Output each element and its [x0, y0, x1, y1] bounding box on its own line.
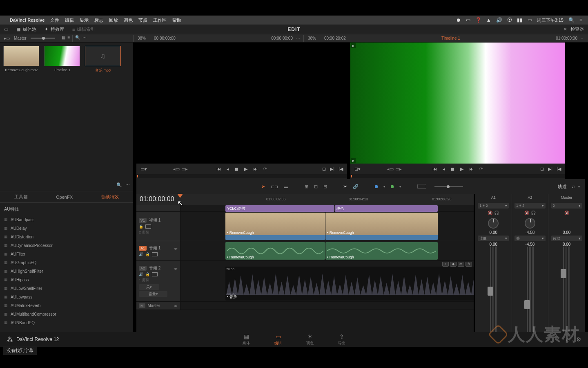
- first-frame-icon[interactable]: ⏮: [432, 166, 437, 171]
- out-marker-icon[interactable]: ▸: [351, 158, 356, 163]
- fx-item[interactable]: AULowShelfFilter: [0, 284, 133, 293]
- page-media[interactable]: ▦媒体: [243, 333, 250, 346]
- video-clip[interactable]: RemoveCough: [325, 213, 438, 240]
- fader-handle[interactable]: [524, 300, 530, 309]
- chevron-down-icon[interactable]: ▾: [578, 185, 580, 188]
- layout-icon[interactable]: ▭: [4, 27, 8, 32]
- page-color[interactable]: ✶调色: [306, 333, 314, 346]
- automation-select[interactable]: 读取▾: [478, 236, 509, 241]
- mute-icon[interactable]: 🔊: [139, 272, 143, 276]
- flag-green-icon[interactable]: [391, 185, 394, 188]
- crop-right-icon[interactable]: ▭▸: [395, 166, 402, 172]
- view-mode-icon[interactable]: [417, 184, 426, 189]
- inspector-button[interactable]: 检查器: [570, 26, 584, 32]
- wifi-icon[interactable]: ⦿: [507, 17, 512, 23]
- menu-view[interactable]: 显示: [80, 17, 89, 23]
- tab-openfx[interactable]: OpenFX: [51, 193, 78, 201]
- crop-left-icon[interactable]: ◂▭: [173, 166, 180, 172]
- menu-color[interactable]: 调色: [124, 17, 133, 23]
- page-edit[interactable]: ▭编辑: [274, 333, 282, 346]
- menu-mark[interactable]: 标志: [94, 17, 103, 23]
- pan-knob[interactable]: [488, 218, 499, 229]
- tool-icon[interactable]: ✕: [564, 27, 567, 32]
- loop-icon[interactable]: ⟳: [479, 166, 483, 172]
- replace-icon[interactable]: ⊟: [323, 184, 327, 189]
- output-select[interactable]: 1 + 2▾: [514, 203, 546, 209]
- program-viewer[interactable]: ▸ ▸: [350, 43, 565, 164]
- menu-icon[interactable]: ≡: [579, 17, 582, 23]
- stop-icon[interactable]: ◼: [235, 166, 238, 172]
- fader-handle[interactable]: [561, 269, 566, 278]
- automation-select[interactable]: 读取▾: [551, 236, 582, 241]
- selection-tool-icon[interactable]: ➤: [261, 184, 265, 189]
- kf-tool-icon[interactable]: ✎: [466, 262, 472, 267]
- edit-index-button[interactable]: ≡编辑索引: [72, 26, 95, 32]
- rec-icon[interactable]: ⏺: [456, 17, 461, 23]
- track-header-v1[interactable]: V1视频 1 🔒 2 剪辑: [136, 212, 180, 241]
- flag-icon[interactable]: ▮▮: [517, 17, 523, 23]
- go-out-icon[interactable]: |◀: [557, 166, 561, 172]
- app-name[interactable]: DaVinci Resolve: [10, 18, 45, 22]
- page-deliver[interactable]: ⇪导出: [338, 333, 345, 346]
- fader-track[interactable]: [527, 247, 528, 336]
- insert-icon[interactable]: ⊞: [305, 184, 308, 189]
- mute-icon[interactable]: 🔇: [564, 211, 569, 215]
- fx-item[interactable]: AULowpass: [0, 293, 133, 301]
- clock[interactable]: 周三下午3:15: [537, 17, 564, 23]
- clip-item[interactable]: ♫ 音乐.mp3: [85, 46, 121, 176]
- frame-icon[interactable]: [145, 224, 151, 229]
- menu-nodes[interactable]: 节点: [138, 17, 147, 23]
- go-out-icon[interactable]: |◀: [339, 166, 343, 172]
- src-scrubber[interactable]: [136, 174, 347, 178]
- playhead-icon[interactable]: [177, 194, 183, 200]
- fx-clip[interactable]: 纯色: [335, 205, 438, 212]
- mute-icon[interactable]: 🔇: [488, 211, 492, 215]
- fx-item[interactable]: AUMultibandCompressor: [0, 310, 133, 319]
- grid-view-icon[interactable]: ▦: [62, 35, 65, 42]
- prg-mode-icon[interactable]: ⊡▾: [354, 166, 361, 172]
- home-icon[interactable]: ⌂: [566, 336, 570, 343]
- timeline-name[interactable]: Timeline 1: [441, 36, 460, 40]
- audio-icon[interactable]: ♫: [572, 184, 575, 189]
- lock-icon[interactable]: 🔒: [145, 252, 150, 256]
- media-pool-button[interactable]: ▦媒体池: [16, 26, 36, 32]
- fx-item[interactable]: AUDynamicsProcessor: [0, 241, 133, 250]
- fx-search-icon[interactable]: 🔍: [116, 182, 122, 188]
- kf-tool-icon[interactable]: ▭: [458, 262, 464, 267]
- src-mode-icon[interactable]: ▭▾: [140, 166, 147, 172]
- pan-knob[interactable]: [525, 218, 535, 229]
- bin-icon[interactable]: ▸▭: [4, 36, 10, 40]
- search-icon[interactable]: 🔍: [568, 17, 575, 23]
- timeline-ruler[interactable]: 01:00:00:00 01:00:02:06 01:00:04:13 01:0…: [136, 194, 474, 205]
- fx-library-button[interactable]: ✦特效库: [45, 26, 64, 32]
- airplay-icon[interactable]: ▲: [486, 17, 491, 23]
- menu-help[interactable]: 帮助: [172, 17, 181, 23]
- mute-icon[interactable]: 🔇: [524, 211, 529, 215]
- audio-clip[interactable]: 20.00 20.00 -96.00 -96.00 音乐: [225, 267, 474, 301]
- fx-item[interactable]: AUBandpass: [0, 215, 133, 224]
- go-end-icon[interactable]: ▶|: [548, 166, 552, 172]
- fx-item[interactable]: AUGraphicEQ: [0, 258, 133, 267]
- video-clip[interactable]: RemoveCough: [225, 213, 325, 240]
- a2-mode-select[interactable]: 关 ▾: [139, 284, 159, 290]
- match-frame-icon[interactable]: ⊡: [540, 166, 544, 172]
- tab-toolbox[interactable]: 工具箱: [9, 192, 33, 202]
- a2-param-select[interactable]: 音量 ▾: [139, 291, 167, 297]
- timeline-zoom-slider[interactable]: [434, 186, 463, 187]
- master-label[interactable]: Master: [14, 36, 27, 40]
- menu-edit[interactable]: 编辑: [65, 17, 74, 23]
- loop-icon[interactable]: ⟳: [263, 166, 267, 172]
- menu-workspace[interactable]: 工作区: [153, 17, 167, 23]
- lock-icon[interactable]: 🔒: [139, 224, 143, 229]
- fx-item[interactable]: AUHighShelfFilter: [0, 267, 133, 276]
- src-zoom[interactable]: 38%: [138, 36, 154, 40]
- crop-right-icon[interactable]: ▭▸: [181, 166, 188, 172]
- in-marker-icon[interactable]: ▸: [351, 43, 356, 48]
- kf-tool-icon[interactable]: ✓: [442, 262, 449, 267]
- menu-playback[interactable]: 回放: [109, 17, 118, 23]
- output-select[interactable]: 1 + 2▾: [478, 203, 509, 209]
- audio-clip[interactable]: RemoveCough: [325, 242, 438, 260]
- volume-icon[interactable]: 🔊: [496, 17, 502, 23]
- fx-item[interactable]: AUFilter: [0, 250, 133, 258]
- kf-tool-icon[interactable]: ◆: [450, 262, 457, 267]
